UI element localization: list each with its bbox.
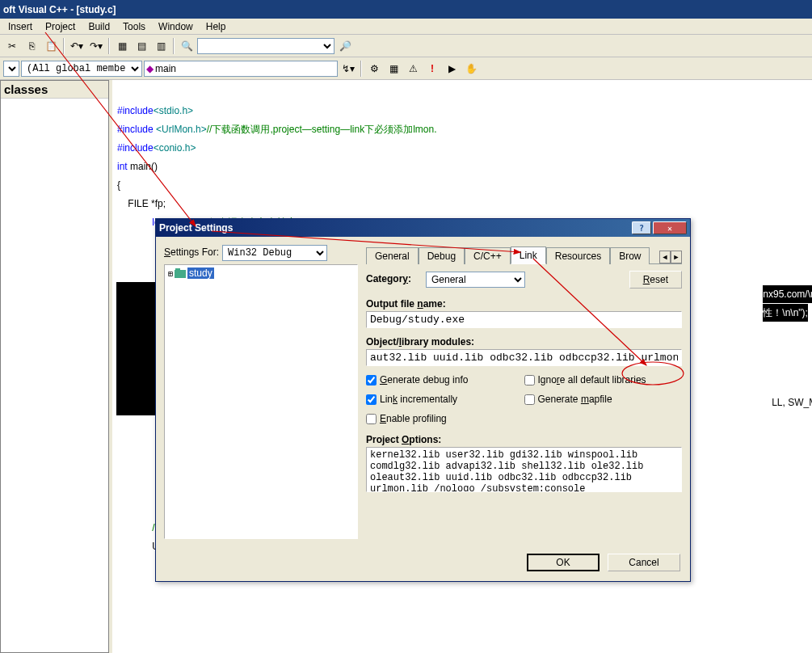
selection-margin bbox=[116, 282, 155, 415]
project-icon bbox=[175, 268, 186, 278]
dialog-left-pane: Settings For: Win32 Debug ⊞ study bbox=[164, 245, 358, 539]
project-options-label: Project Options: bbox=[366, 434, 441, 445]
breakpoint-icon[interactable]: ✋ bbox=[462, 60, 480, 78]
code-text: { bbox=[117, 179, 120, 191]
expand-icon[interactable]: ⊞ bbox=[168, 269, 173, 278]
menu-help[interactable]: Help bbox=[200, 19, 233, 34]
tab-link[interactable]: Link bbox=[511, 246, 546, 264]
tree-item-label: study bbox=[187, 268, 214, 279]
code-include: <stdio.h> bbox=[154, 105, 193, 116]
tab-debug[interactable]: Debug bbox=[419, 247, 465, 264]
tab-browse[interactable]: Brow bbox=[610, 247, 650, 264]
tree-item-study[interactable]: ⊞ study bbox=[166, 267, 356, 280]
class-view-panel: classes bbox=[0, 80, 109, 653]
project-options-textarea[interactable]: kernel32.lib user32.lib gdi32.lib winspo… bbox=[366, 447, 682, 492]
svg-rect-0 bbox=[175, 270, 186, 278]
code-inverted: nx95.com/\n\ bbox=[763, 285, 812, 303]
code-keyword: int bbox=[117, 161, 128, 172]
project-settings-dialog: Project Settings ? ✕ Settings For: Win32… bbox=[155, 218, 691, 582]
output-icon[interactable]: ▤ bbox=[133, 37, 150, 55]
window-titlebar: oft Visual C++ - [study.c] bbox=[0, 0, 812, 19]
execute-icon[interactable]: ! bbox=[423, 60, 441, 78]
menubar: Insert Project Build Tools Window Help bbox=[0, 19, 812, 35]
code-text: FILE *fp; bbox=[117, 198, 166, 209]
dialog-title: Project Settings bbox=[159, 222, 233, 234]
menu-tools[interactable]: Tools bbox=[116, 19, 152, 34]
code-text: main() bbox=[128, 161, 158, 172]
project-tree[interactable]: ⊞ study bbox=[164, 264, 358, 539]
code-inverted: 性！\n\n"); bbox=[763, 304, 808, 322]
menu-window[interactable]: Window bbox=[152, 19, 200, 34]
paste-icon[interactable]: 📋 bbox=[42, 37, 60, 55]
undo-icon[interactable]: ↶▾ bbox=[68, 37, 86, 55]
reset-button[interactable]: Reset bbox=[629, 271, 682, 289]
window-title: oft Visual C++ - [study.c] bbox=[3, 4, 116, 15]
chk-generate-debug[interactable]: Generate debug info bbox=[366, 374, 524, 385]
action-icon[interactable]: ↯▾ bbox=[339, 60, 357, 78]
tab-scroll-right[interactable]: ► bbox=[671, 251, 682, 263]
redo-icon[interactable]: ↷▾ bbox=[87, 37, 105, 55]
menu-insert[interactable]: Insert bbox=[2, 19, 39, 34]
member-combo-value: main bbox=[155, 63, 176, 74]
go-icon[interactable]: ▶ bbox=[443, 60, 461, 78]
copy-icon[interactable]: ⎘ bbox=[23, 37, 40, 55]
code-comment: //下载函数调用,project—setting—link下必须添加lmon. bbox=[207, 124, 437, 135]
compile-icon[interactable]: ⚙ bbox=[365, 60, 383, 78]
ok-button[interactable]: OK bbox=[527, 554, 600, 571]
code-include: <UrlMon.h> bbox=[156, 124, 207, 135]
settings-for-label: Settings For: bbox=[164, 246, 219, 258]
tab-general[interactable]: General bbox=[366, 247, 419, 264]
dialog-right-pane: General Debug C/C++ Link Resources Brow … bbox=[366, 245, 682, 539]
find-in-files-icon[interactable]: 🔍 bbox=[178, 37, 196, 55]
window-list-icon[interactable]: ▥ bbox=[152, 37, 170, 55]
dialog-footer: OK Cancel bbox=[156, 547, 690, 581]
tab-cpp[interactable]: C/C++ bbox=[465, 247, 511, 264]
tabstrip: General Debug C/C++ Link Resources Brow … bbox=[366, 245, 682, 264]
category-label: Category: bbox=[366, 273, 421, 284]
chk-generate-mapfile[interactable]: Generate mapfile bbox=[524, 394, 683, 405]
code-keyword: #include bbox=[117, 105, 154, 116]
separator bbox=[63, 38, 65, 54]
member-combo[interactable]: ◆ main bbox=[144, 61, 338, 77]
scope-combo[interactable]: (All global member bbox=[21, 61, 142, 77]
toolbar-main: ✂ ⎘ 📋 ↶▾ ↷▾ ▦ ▤ ▥ 🔍 🔎 bbox=[0, 35, 812, 57]
category-combo[interactable]: General bbox=[426, 272, 525, 288]
tab-resources[interactable]: Resources bbox=[546, 247, 610, 264]
settings-for-combo[interactable]: Win32 Debug bbox=[222, 245, 327, 261]
separator bbox=[360, 61, 362, 77]
svg-rect-1 bbox=[175, 268, 180, 271]
cut-icon[interactable]: ✂ bbox=[3, 37, 21, 55]
class-view-header: classes bbox=[1, 81, 108, 99]
close-button[interactable]: ✕ bbox=[653, 221, 687, 234]
dialog-titlebar[interactable]: Project Settings ? ✕ bbox=[156, 219, 690, 237]
menu-build[interactable]: Build bbox=[82, 19, 116, 34]
help-button[interactable]: ? bbox=[632, 221, 651, 234]
find-combo[interactable] bbox=[197, 38, 334, 54]
separator bbox=[108, 38, 110, 54]
toolbar-wizardbar: (All global member ◆ main ↯▾ ⚙ ▦ ⚠ ! ▶ ✋ bbox=[0, 57, 812, 80]
stop-build-icon[interactable]: ⚠ bbox=[404, 60, 422, 78]
tab-scroll-left[interactable]: ◄ bbox=[659, 251, 671, 263]
find-icon[interactable]: 🔎 bbox=[336, 37, 354, 55]
output-label: Output file name: bbox=[366, 298, 446, 310]
code-keyword: #include bbox=[117, 142, 154, 154]
chk-link-incrementally[interactable]: Link incrementally bbox=[366, 394, 524, 405]
code-include: <conio.h> bbox=[154, 142, 196, 154]
class-combo[interactable] bbox=[3, 61, 19, 77]
workspace-icon[interactable]: ▦ bbox=[113, 37, 131, 55]
build-icon[interactable]: ▦ bbox=[385, 60, 402, 78]
code-keyword: #include bbox=[117, 124, 156, 135]
chk-enable-profiling[interactable]: Enable profiling bbox=[366, 413, 524, 424]
output-filename-input[interactable] bbox=[366, 311, 682, 328]
menu-project[interactable]: Project bbox=[39, 19, 82, 34]
cancel-button[interactable]: Cancel bbox=[608, 554, 680, 571]
separator bbox=[173, 38, 175, 54]
chk-ignore-default-libs[interactable]: Ignore all default libraries bbox=[524, 374, 683, 385]
modules-input[interactable] bbox=[366, 349, 682, 366]
modules-label: Object/library modules: bbox=[366, 336, 474, 348]
code-text: LL, SW_MINIM bbox=[772, 397, 812, 408]
member-icon: ◆ bbox=[146, 63, 154, 74]
